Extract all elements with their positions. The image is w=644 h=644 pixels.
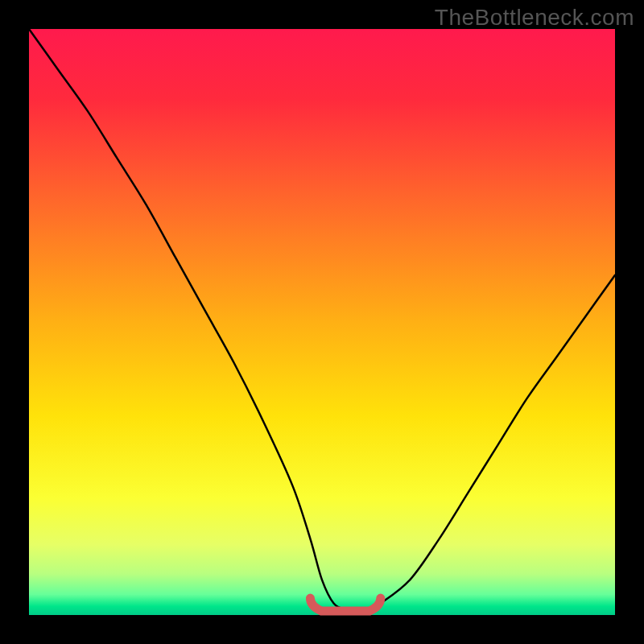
- watermark-text: TheBottleneck.com: [435, 5, 634, 31]
- bottleneck-chart: [0, 0, 644, 644]
- chart-frame: TheBottleneck.com: [0, 0, 644, 644]
- plot-gradient-background: [29, 29, 615, 615]
